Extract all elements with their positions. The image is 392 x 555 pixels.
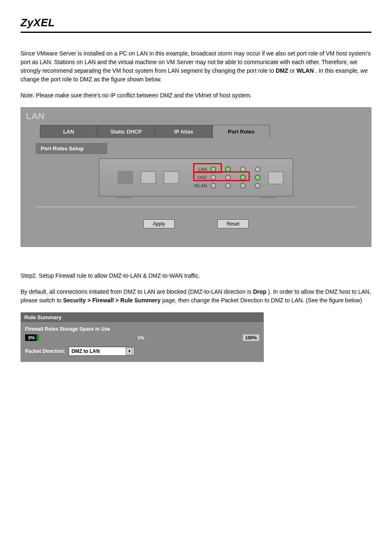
storage-0: 0% [25, 334, 37, 341]
radio-wlan-4[interactable] [255, 183, 261, 189]
intro-wlan: WLAN [297, 67, 314, 74]
rule-summary-screenshot: Rule Summary Firewall Rules Storage Spac… [21, 312, 264, 362]
step2-text-c: page, then change the Packet Direction t… [162, 297, 362, 304]
packet-direction-value: DMZ to LAN [71, 348, 100, 354]
storage-mid: 1% [39, 334, 243, 341]
packet-direction-select[interactable]: DMZ to LAN ▼ [69, 347, 134, 356]
storage-label: Firewall Rules Storage Space in Use [25, 326, 259, 332]
tab-static-dhcp[interactable]: Static DHCP [97, 125, 155, 138]
lan-port-icon [141, 171, 156, 184]
step2-nav-path: Security > Firewall > Rule Summery [63, 297, 161, 304]
tab-port-roles[interactable]: Port Roles [212, 125, 270, 138]
brand-logo: ZyXEL [21, 16, 55, 29]
radio-lan-4[interactable] [255, 166, 261, 172]
step2-text-a: By default, all connections initiated fr… [21, 288, 253, 295]
lan-tabs: LAN Static DHCP IP Alias Port Roles [40, 125, 369, 138]
step2-paragraph: By default, all connections initiated fr… [21, 288, 371, 305]
intro-dmz: DMZ [276, 67, 288, 74]
lan-title: LAN [26, 111, 369, 122]
apply-button[interactable]: Apply [143, 219, 175, 228]
intro-paragraph: Since VMware Server is installed on a PC… [21, 49, 371, 84]
note-paragraph: Note: Please make sure there's no IP con… [21, 91, 371, 100]
stand-left [116, 197, 132, 198]
page-header: ZyXEL [21, 16, 371, 33]
step2-heading: Step2. Setup Firewall rule to allow DMZ-… [21, 272, 371, 280]
red-highlight-dmz [193, 171, 250, 181]
device-diagram: LAN DMZ WLAN [99, 158, 293, 197]
divider [36, 207, 356, 207]
rule-summary-header: Rule Summary [21, 313, 263, 322]
reset-button[interactable]: Reset [217, 219, 249, 228]
port-roles-panel: Port Roles Setup LAN DMZ [23, 138, 369, 238]
tab-ip-alias[interactable]: IP Alias [155, 125, 212, 138]
row-wlan-label: WLAN [191, 183, 208, 188]
lan-port-icon [164, 171, 179, 184]
lan-config-screenshot: LAN LAN Static DHCP IP Alias Port Roles … [21, 107, 371, 247]
port-roles-setup-label: Port Roles Setup [36, 143, 107, 154]
intro-or: or [290, 67, 296, 74]
tab-lan[interactable]: LAN [40, 125, 97, 138]
chevron-down-icon: ▼ [126, 348, 133, 355]
storage-100: 100% [243, 334, 259, 341]
stand-right [260, 197, 276, 198]
antenna-icon [107, 175, 112, 180]
step2-drop: Drop [253, 288, 267, 295]
radio-wlan-3[interactable] [240, 183, 246, 189]
radio-wlan-2[interactable] [225, 183, 231, 189]
radio-wlan-1[interactable] [210, 183, 216, 189]
right-port-icon [268, 171, 284, 184]
radio-dmz-4[interactable] [255, 175, 261, 180]
wan-port-icon [118, 171, 133, 184]
packet-direction-label: Packet Direction: [25, 348, 65, 354]
storage-bar: 0% 1% 100% [25, 334, 259, 341]
